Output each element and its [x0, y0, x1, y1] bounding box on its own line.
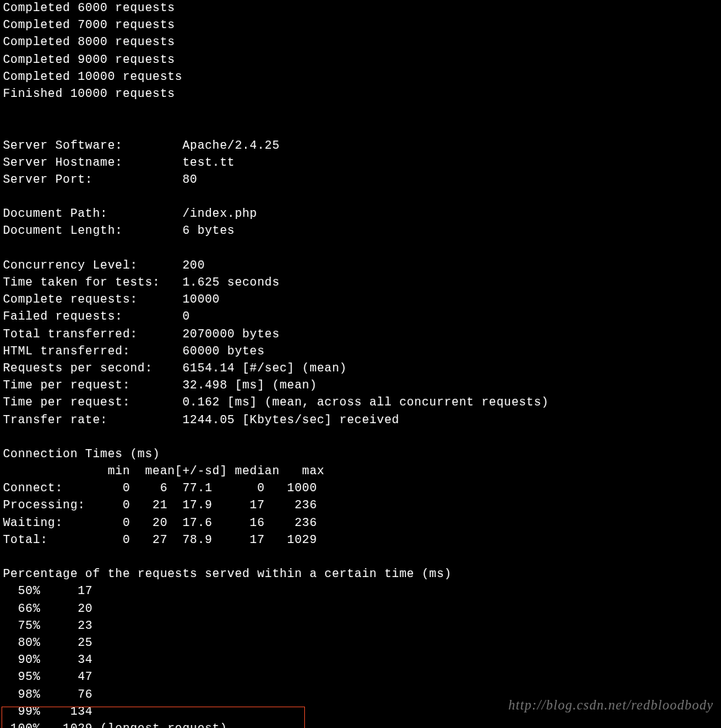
terminal-output: Completed 6000 requests Completed 7000 r… [0, 0, 721, 728]
